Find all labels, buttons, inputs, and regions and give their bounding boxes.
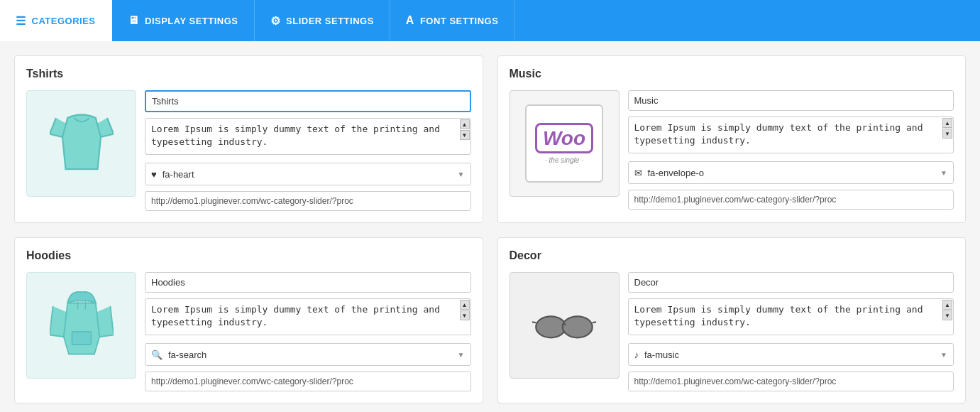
category-image-decor <box>510 272 620 379</box>
svg-point-3 <box>536 316 566 337</box>
scroll-down-btn[interactable]: ▼ <box>942 310 952 320</box>
svg-line-6 <box>593 322 596 323</box>
tshirts-description-wrap: Lorem Ipsum is simply dummy text of the … <box>145 118 471 157</box>
decor-textarea-scrollbar: ▲ ▼ <box>942 300 952 336</box>
tab-display-settings[interactable]: 🖥 DISPLAY SETTINGS <box>112 0 255 41</box>
hoodies-icon-select[interactable]: 🔍 fa-search ▼ <box>145 343 471 366</box>
scroll-up-btn[interactable]: ▲ <box>460 119 470 129</box>
tshirt-svg <box>50 104 114 183</box>
font-icon: A <box>406 14 414 27</box>
tshirts-name-input[interactable] <box>145 90 471 112</box>
hoodie-svg <box>50 286 114 364</box>
chevron-down-icon: ▼ <box>458 351 465 359</box>
svg-rect-0 <box>72 332 91 345</box>
tab-font-settings[interactable]: A FONT SETTINGS <box>390 0 515 41</box>
music-url-input[interactable] <box>628 190 954 210</box>
music-name-input[interactable] <box>628 90 954 111</box>
card-fields-hoodies: Lorem Ipsum is simply dummy text of the … <box>145 272 471 391</box>
tshirts-description-textarea[interactable]: Lorem Ipsum is simply dummy text of the … <box>145 118 471 155</box>
music-icon-label: fa-envelope-o <box>648 168 705 178</box>
card-body-hoodies: Lorem Ipsum is simply dummy text of the … <box>26 272 471 391</box>
card-fields-decor: Lorem Ipsum is simply dummy text of the … <box>628 272 954 391</box>
card-body-decor: Lorem Ipsum is simply dummy text of the … <box>510 272 954 391</box>
monitor-icon: 🖥 <box>128 14 140 27</box>
card-body-tshirts: Lorem Ipsum is simply dummy text of the … <box>26 90 471 211</box>
woo-text: Woo <box>535 123 593 154</box>
menu-icon: ☰ <box>16 14 26 28</box>
card-fields-music: Lorem Ipsum is simply dummy text of the … <box>628 90 954 210</box>
scroll-up-btn[interactable]: ▲ <box>942 118 952 128</box>
tab-display-settings-label: DISPLAY SETTINGS <box>145 16 238 26</box>
music-textarea-scrollbar: ▲ ▼ <box>942 118 952 154</box>
music-icon-select[interactable]: ✉ fa-envelope-o ▼ <box>628 161 954 184</box>
chevron-down-icon: ▼ <box>458 170 465 178</box>
decor-icon-select[interactable]: ♪ fa-music ▼ <box>628 343 954 366</box>
woo-box: Woo · the single · <box>525 104 603 183</box>
decor-icon-label: fa-music <box>644 349 679 360</box>
tshirts-icon-label: fa-heart <box>163 169 194 180</box>
tab-font-settings-label: FONT SETTINGS <box>420 16 499 26</box>
svg-line-5 <box>532 322 536 323</box>
category-card-music: Music Woo · the single · Lorem Ipsum is … <box>497 55 967 223</box>
music-note-icon: ♪ <box>634 349 639 360</box>
categories-grid: Tshirts <box>0 41 980 412</box>
hoodies-url-input[interactable] <box>145 372 471 391</box>
tab-slider-settings-label: SLIDER SETTINGS <box>286 16 374 26</box>
card-body-music: Woo · the single · Lorem Ipsum is simply… <box>510 90 954 210</box>
scroll-down-btn[interactable]: ▼ <box>460 130 470 140</box>
scroll-down-btn[interactable]: ▼ <box>942 129 952 139</box>
category-image-music: Woo · the single · <box>510 90 620 197</box>
tshirts-textarea-scrollbar: ▲ ▼ <box>460 119 470 156</box>
sliders-icon: ⚙ <box>270 14 281 28</box>
category-title-decor: Decor <box>510 249 954 262</box>
category-title-music: Music <box>510 67 954 80</box>
tab-categories-label: CATEGORIES <box>32 16 96 26</box>
hoodies-name-input[interactable] <box>145 272 471 293</box>
chevron-down-icon: ▼ <box>940 351 947 359</box>
category-title-hoodies: Hoodies <box>26 249 471 262</box>
music-description-textarea[interactable]: Lorem Ipsum is simply dummy text of the … <box>628 116 954 153</box>
woo-sub: · the single · <box>545 156 583 164</box>
category-card-hoodies: Hoodies <box>14 237 483 403</box>
tshirts-icon-select[interactable]: ♥ fa-heart ▼ <box>145 163 471 185</box>
hoodies-textarea-scrollbar: ▲ ▼ <box>460 300 470 336</box>
category-card-decor: Decor <box>497 237 967 403</box>
card-fields-tshirts: Lorem Ipsum is simply dummy text of the … <box>145 90 471 211</box>
tshirts-url-input[interactable] <box>145 191 471 211</box>
scroll-down-btn[interactable]: ▼ <box>460 310 470 320</box>
heart-icon: ♥ <box>151 169 157 180</box>
search-icon: 🔍 <box>151 349 163 360</box>
chevron-down-icon: ▼ <box>940 169 947 177</box>
scroll-up-btn[interactable]: ▲ <box>942 300 952 310</box>
category-card-tshirts: Tshirts <box>14 55 483 223</box>
hoodies-icon-label: fa-search <box>168 349 207 360</box>
top-navigation: ☰ CATEGORIES 🖥 DISPLAY SETTINGS ⚙ SLIDER… <box>0 0 980 41</box>
svg-point-4 <box>563 316 593 337</box>
envelope-icon: ✉ <box>634 168 642 178</box>
decor-description-textarea[interactable]: Lorem Ipsum is simply dummy text of the … <box>628 298 954 335</box>
scroll-up-btn[interactable]: ▲ <box>460 300 470 310</box>
decor-description-wrap: Lorem Ipsum is simply dummy text of the … <box>628 298 954 337</box>
tab-categories[interactable]: ☰ CATEGORIES <box>0 0 112 41</box>
decor-name-input[interactable] <box>628 272 954 293</box>
category-image-tshirts <box>26 90 136 197</box>
hoodies-description-wrap: Lorem Ipsum is simply dummy text of the … <box>145 298 471 337</box>
hoodies-description-textarea[interactable]: Lorem Ipsum is simply dummy text of the … <box>145 298 471 335</box>
decor-url-input[interactable] <box>628 372 954 391</box>
category-title-tshirts: Tshirts <box>26 67 471 80</box>
category-image-hoodies <box>26 272 136 379</box>
tab-slider-settings[interactable]: ⚙ SLIDER SETTINGS <box>255 0 390 41</box>
sunglasses-svg <box>532 286 596 364</box>
music-description-wrap: Lorem Ipsum is simply dummy text of the … <box>628 116 954 156</box>
